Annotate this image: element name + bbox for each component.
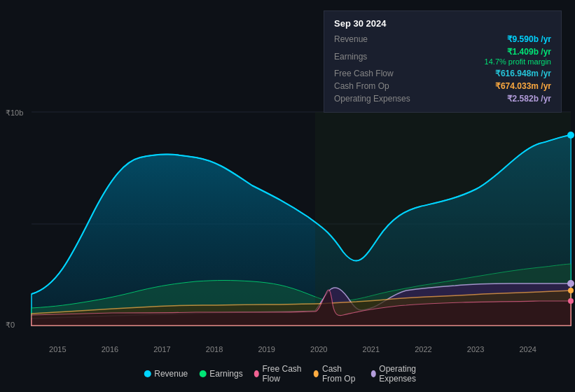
chart-container: ₹10b ₹0 2015 2016 2017 2018 2019 2020 20… <box>0 0 575 392</box>
y-label-top: ₹10b <box>6 108 23 118</box>
legend-label-earnings: Earnings <box>209 369 242 379</box>
legend-earnings[interactable]: Earnings <box>199 369 242 379</box>
svg-point-7 <box>568 298 574 304</box>
tooltip-fcf-value: ₹616.948m /yr <box>495 69 551 78</box>
tooltip-cfo-row: Cash From Op ₹674.033m /yr <box>334 80 551 92</box>
tooltip-earnings-row: Earnings ₹1.409b /yr 14.7% profit margin <box>334 46 551 67</box>
legend-cfo[interactable]: Cash From Op <box>314 364 359 384</box>
x-label-2016: 2016 <box>102 345 118 354</box>
tooltip-opex-row: Operating Expenses ₹2.582b /yr <box>334 92 551 105</box>
legend-dot-earnings <box>199 370 206 377</box>
tooltip-cfo-label: Cash From Op <box>334 81 389 91</box>
legend-label-revenue: Revenue <box>154 369 188 379</box>
tooltip-earnings-value: ₹1.409b /yr <box>485 47 551 57</box>
legend-dot-fcf <box>254 370 259 377</box>
tooltip-date: Sep 30 2024 <box>334 18 551 29</box>
x-label-2015: 2015 <box>49 345 66 354</box>
legend-dot-opex <box>370 370 375 377</box>
svg-point-5 <box>567 280 574 287</box>
x-label-2022: 2022 <box>415 345 431 354</box>
tooltip-fcf-row: Free Cash Flow ₹616.948m /yr <box>334 67 551 80</box>
svg-point-4 <box>567 132 574 139</box>
x-label-2021: 2021 <box>363 345 380 354</box>
tooltip-opex-value: ₹2.582b /yr <box>507 94 551 104</box>
tooltip-revenue-label: Revenue <box>334 34 368 44</box>
chart-legend: Revenue Earnings Free Cash Flow Cash Fro… <box>144 364 431 384</box>
y-label-bottom: ₹0 <box>6 321 15 330</box>
x-label-2023: 2023 <box>467 345 484 354</box>
legend-fcf[interactable]: Free Cash Flow <box>254 364 303 384</box>
x-axis-labels: 2015 2016 2017 2018 2019 2020 2021 2022 … <box>0 345 575 354</box>
tooltip-box: Sep 30 2024 Revenue ₹9.590b /yr Earnings… <box>324 10 562 113</box>
legend-opex[interactable]: Operating Expenses <box>370 364 431 384</box>
tooltip-earnings-label: Earnings <box>334 52 367 62</box>
legend-dot-revenue <box>144 370 151 377</box>
x-label-2017: 2017 <box>153 345 170 354</box>
legend-dot-cfo <box>314 370 319 377</box>
legend-label-opex: Operating Expenses <box>379 364 431 384</box>
tooltip-opex-label: Operating Expenses <box>334 94 410 104</box>
legend-label-fcf: Free Cash Flow <box>262 364 303 384</box>
tooltip-cfo-value: ₹674.033m /yr <box>495 81 551 91</box>
profit-margin: 14.7% profit margin <box>485 57 551 66</box>
legend-label-cfo: Cash From Op <box>322 364 360 384</box>
tooltip-revenue-value: ₹9.590b /yr <box>507 34 551 44</box>
svg-point-6 <box>568 288 574 293</box>
x-label-2024: 2024 <box>519 345 536 354</box>
x-label-2018: 2018 <box>206 345 223 354</box>
tooltip-fcf-label: Free Cash Flow <box>334 69 394 78</box>
legend-revenue[interactable]: Revenue <box>144 369 188 379</box>
x-label-2020: 2020 <box>310 345 327 354</box>
x-label-2019: 2019 <box>258 345 275 354</box>
tooltip-revenue-row: Revenue ₹9.590b /yr <box>334 33 551 46</box>
